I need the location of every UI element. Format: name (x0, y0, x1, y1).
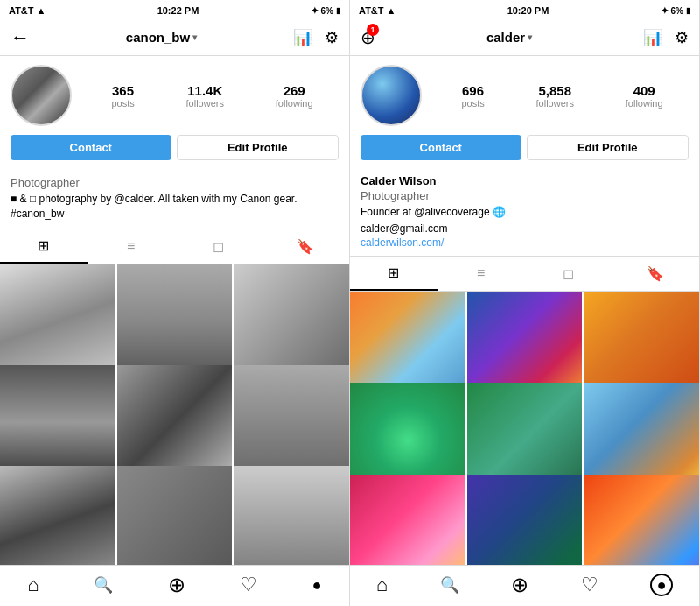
avatar-container-right (360, 65, 422, 126)
nav-right-right: 📊 ⚙ (643, 28, 689, 47)
photo-cell-8-right[interactable] (467, 475, 583, 565)
photo-cell-2-left[interactable] (117, 264, 233, 380)
carrier-right: AT&T (359, 5, 384, 16)
contact-button-left[interactable]: Contact (10, 135, 172, 160)
grid-icon-right: ⊞ (388, 264, 399, 281)
bookmark-icon-right: 🔖 (647, 265, 664, 282)
photo-cell-9-left[interactable] (234, 466, 349, 565)
bio-role-left: Photographer (10, 176, 80, 189)
status-right-left: ✦ 6% ▮ (311, 5, 340, 17)
photo-cell-7-left[interactable] (0, 466, 116, 565)
left-phone-panel: AT&T ▲ 10:22 PM ✦ 6% ▮ ← canon_bw ▾ 📊 ⚙ (0, 0, 350, 606)
bottom-nav-right: ⌂ 🔍 ⊕ ♡ ● (350, 565, 699, 606)
following-count-right: 409 (626, 83, 663, 98)
battery-right: 6% (671, 6, 683, 16)
profile-icon-left[interactable]: ● (312, 576, 322, 595)
time-right: 10:20 PM (508, 5, 550, 16)
photo-cell-6-left[interactable] (234, 365, 349, 481)
back-button-left[interactable]: ← (10, 26, 30, 49)
photo-cell-1-left[interactable] (0, 264, 116, 380)
photo-cell-9-right[interactable] (584, 475, 699, 565)
avatar-container-left (10, 65, 72, 126)
posts-count-left: 365 (111, 83, 134, 98)
username-text-left: canon_bw (126, 30, 190, 45)
nav-bar-left: ← canon_bw ▾ 📊 ⚙ (0, 19, 349, 56)
tab-tag-left[interactable]: ◻ (175, 229, 262, 264)
bar-chart-icon-right[interactable]: 📊 (643, 28, 662, 47)
tab-list-left[interactable]: ≡ (88, 229, 175, 264)
list-icon-right: ≡ (477, 265, 485, 281)
following-count-left: 269 (276, 83, 313, 98)
right-phone-panel: AT&T ▲ 10:20 PM ✦ 6% ▮ ⊕ 1 calder ▾ 📊 ⚙ (350, 0, 700, 606)
bar-chart-icon-left[interactable]: 📊 (293, 28, 312, 47)
posts-label-right: posts (461, 98, 484, 109)
stats-items-right: 696 posts 5,858 followers 409 following (436, 83, 689, 109)
bio-website-right[interactable]: calderwilson.com/ (360, 236, 689, 249)
bio-section-left: Photographer ■ & □ photography by @calde… (0, 174, 349, 229)
contact-button-right[interactable]: Contact (360, 135, 522, 160)
tab-list-right[interactable]: ≡ (438, 257, 525, 291)
carrier-left: AT&T (9, 5, 34, 16)
add-with-notif-right[interactable]: ⊕ 1 (360, 27, 375, 48)
settings-icon-left[interactable]: ⚙ (325, 28, 339, 47)
status-left: AT&T ▲ (9, 5, 46, 16)
photo-cell-3-left[interactable] (234, 264, 349, 380)
stat-posts-right: 696 posts (461, 83, 484, 109)
profile-stats-right: 696 posts 5,858 followers 409 following … (350, 56, 699, 174)
avatar-stats-row-left: 365 posts 11.4K followers 269 following (10, 65, 339, 126)
search-icon-right[interactable]: 🔍 (440, 575, 459, 595)
time-left: 10:22 PM (158, 5, 200, 16)
username-left[interactable]: canon_bw ▾ (126, 30, 197, 45)
nav-right-left: 📊 ⚙ (293, 28, 339, 47)
stat-followers-right: 5,858 followers (536, 83, 574, 109)
followers-label-left: followers (186, 98, 224, 109)
chevron-icon-right: ▾ (528, 32, 532, 42)
tab-bookmark-right[interactable]: 🔖 (612, 257, 699, 291)
heart-icon-right[interactable]: ♡ (581, 574, 598, 596)
following-label-left: following (276, 98, 313, 109)
home-icon-right[interactable]: ⌂ (376, 574, 388, 596)
username-right[interactable]: calder ▾ (486, 30, 532, 45)
photo-cell-7-right[interactable] (350, 475, 466, 565)
home-icon-left[interactable]: ⌂ (27, 574, 38, 596)
grid-icon-left: ⊞ (38, 237, 49, 254)
status-left-right: AT&T ▲ (359, 5, 396, 16)
settings-icon-right[interactable]: ⚙ (675, 28, 689, 47)
photo-grid-right (350, 292, 699, 565)
heart-icon-left[interactable]: ♡ (240, 574, 257, 596)
posts-count-right: 696 (461, 83, 484, 98)
view-tabs-right: ⊞ ≡ ◻ 🔖 (350, 256, 699, 292)
chevron-icon-left: ▾ (192, 32, 197, 42)
followers-count-right: 5,858 (536, 83, 574, 98)
add-icon-left[interactable]: ⊕ (168, 573, 186, 597)
photo-cell-5-left[interactable] (117, 365, 233, 481)
bt-icon-left: ✦ (311, 5, 318, 17)
bookmark-icon-left: 🔖 (297, 238, 314, 255)
add-icon-right[interactable]: ⊕ (511, 573, 528, 597)
battery-icon-left: ▮ (336, 6, 340, 15)
edit-profile-button-right[interactable]: Edit Profile (527, 135, 690, 160)
following-label-right: following (626, 98, 663, 109)
posts-label-left: posts (111, 98, 134, 109)
status-right-right: ✦ 6% ▮ (661, 5, 690, 17)
photo-cell-4-left[interactable] (0, 365, 116, 481)
status-bar-right: AT&T ▲ 10:20 PM ✦ 6% ▮ (350, 0, 699, 19)
wifi-icon-left: ▲ (37, 5, 46, 16)
nav-bar-right: ⊕ 1 calder ▾ 📊 ⚙ (350, 19, 699, 56)
tab-tag-right[interactable]: ◻ (525, 257, 612, 291)
bio-text-left: ■ & □ photography by @calder. All taken … (10, 192, 339, 222)
person-tag-icon-left: ◻ (213, 238, 224, 255)
tab-bookmark-left[interactable]: 🔖 (262, 229, 349, 264)
tab-grid-left[interactable]: ⊞ (0, 229, 88, 264)
photo-grid-left (0, 264, 349, 565)
stat-followers-left: 11.4K followers (186, 83, 224, 109)
edit-profile-button-left[interactable]: Edit Profile (177, 135, 340, 160)
photo-cell-8-left[interactable] (117, 466, 233, 565)
tab-grid-right[interactable]: ⊞ (350, 257, 438, 291)
profile-icon-right[interactable]: ● (650, 574, 673, 596)
bio-section-right: Calder Wilson Photographer Founder at @a… (350, 174, 699, 256)
username-text-right: calder (486, 30, 525, 45)
bio-name-right: Calder Wilson (360, 174, 689, 187)
battery-icon-right: ▮ (686, 6, 690, 15)
search-icon-left[interactable]: 🔍 (94, 575, 113, 595)
